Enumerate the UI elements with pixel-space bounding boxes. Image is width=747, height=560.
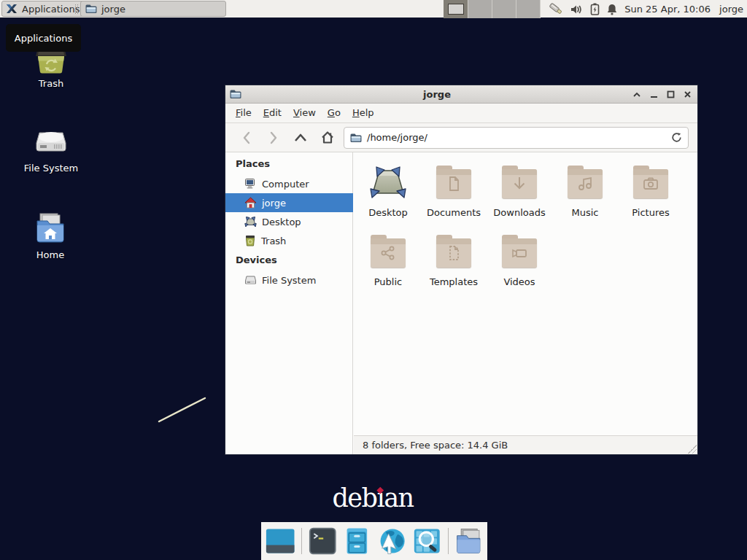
sidebar: Places Computer jorge [225, 152, 353, 454]
pictures-emblem-icon [642, 175, 659, 192]
places-header: Places [236, 155, 270, 173]
file-label-documents: Documents [421, 207, 487, 218]
applications-menu-button[interactable]: Applications [1, 1, 86, 17]
bottom-dock [261, 522, 487, 560]
menu-help[interactable]: Help [347, 104, 380, 122]
web-browser-icon[interactable] [377, 526, 406, 556]
window-titlebar[interactable]: jorge [225, 85, 697, 104]
resize-grip[interactable] [688, 445, 697, 454]
downloads-emblem-icon [511, 175, 528, 192]
path-folder-icon [350, 133, 362, 143]
menubar: File Edit View Go Help [225, 104, 697, 123]
window-title: jorge [225, 89, 649, 100]
sidebar-label-file-system: File System [262, 275, 316, 286]
panel-clock[interactable]: Sun 25 Apr, 10:06 [624, 0, 711, 18]
battery-icon[interactable] [590, 3, 600, 15]
terminal-icon[interactable] [309, 526, 337, 556]
taskbar-window-button[interactable]: jorge [80, 1, 226, 17]
home-icon [244, 197, 257, 209]
home-folder-icon [33, 211, 68, 246]
file-desktop[interactable]: Desktop [355, 165, 421, 218]
directory-menu-icon[interactable] [454, 526, 483, 556]
panel-separator [75, 4, 78, 14]
panel-user-label[interactable]: jorge [719, 0, 743, 18]
menu-edit[interactable]: Edit [258, 104, 287, 122]
file-label-videos: Videos [487, 276, 552, 287]
trash-label: Trash [16, 78, 86, 89]
file-manager-icon[interactable] [344, 526, 371, 556]
dock-separator [301, 528, 302, 554]
sidebar-item-jorge[interactable]: jorge [225, 193, 353, 212]
window-content: Places Computer jorge [225, 152, 697, 454]
trash-small-icon [244, 235, 256, 246]
xfce-applications-icon [5, 2, 18, 15]
toolbar: /home/jorge/ [225, 123, 697, 152]
close-button[interactable] [684, 90, 692, 98]
desktop-icon [244, 216, 257, 228]
menu-file[interactable]: File [230, 104, 258, 122]
file-documents[interactable]: Documents [421, 165, 487, 218]
sidebar-label-desktop: Desktop [262, 217, 301, 228]
home-label: Home [15, 249, 85, 260]
sidebar-item-desktop[interactable]: Desktop [225, 212, 353, 231]
file-pictures[interactable]: Pictures [618, 165, 684, 218]
debian-logo: debıan [300, 483, 446, 513]
back-button[interactable] [233, 127, 260, 149]
templates-emblem-icon [445, 244, 462, 262]
music-emblem-icon [576, 175, 594, 192]
home-button[interactable] [314, 127, 341, 149]
menu-view[interactable]: View [287, 104, 322, 122]
forward-button[interactable] [260, 127, 287, 149]
dock-separator [448, 528, 449, 554]
sidebar-label-trash: Trash [261, 236, 286, 246]
refresh-icon[interactable] [671, 132, 682, 143]
minimize-button[interactable] [650, 91, 658, 98]
sidebar-item-file-system[interactable]: File System [225, 271, 353, 289]
applications-menu-label: Applications [22, 4, 80, 15]
computer-icon [244, 178, 257, 190]
folder-icon [85, 4, 97, 14]
workspace-switcher[interactable] [444, 0, 541, 18]
sidebar-item-trash[interactable]: Trash [225, 231, 353, 250]
file-manager-window: jorge File Edit View Go Help [225, 85, 698, 455]
workspace-2[interactable] [468, 0, 492, 18]
file-videos[interactable]: Videos [487, 234, 552, 287]
workspace-1[interactable] [444, 0, 468, 18]
desktop-icon-home[interactable]: Home [15, 211, 85, 260]
notifications-bell-icon[interactable] [606, 3, 618, 15]
file-label-public: Public [355, 276, 421, 287]
file-downloads[interactable]: Downloads [487, 165, 552, 218]
sidebar-item-computer[interactable]: Computer [225, 174, 353, 193]
applications-tooltip: Applications [6, 24, 81, 52]
file-grid: Desktop Documents Downloads [354, 152, 697, 435]
shade-button[interactable] [632, 91, 641, 98]
taskbar-window-label: jorge [101, 4, 125, 15]
file-system-label: File System [16, 163, 86, 174]
statusbar: 8 folders, Free space: 14.4 GiB [354, 435, 697, 454]
path-text[interactable]: /home/jorge/ [367, 132, 666, 143]
volume-icon[interactable] [570, 4, 584, 15]
path-bar[interactable]: /home/jorge/ [344, 127, 689, 149]
tooltip-text: Applications [15, 33, 72, 44]
menu-go[interactable]: Go [322, 104, 347, 122]
file-music[interactable]: Music [552, 165, 618, 218]
application-finder-icon[interactable] [413, 526, 441, 556]
file-label-downloads: Downloads [487, 207, 552, 218]
file-templates[interactable]: Templates [421, 234, 487, 287]
maximize-button[interactable] [667, 90, 675, 98]
file-system-drive-icon [34, 124, 69, 159]
desktop-icon-file-system[interactable]: File System [16, 124, 86, 174]
file-label-music: Music [552, 207, 618, 218]
drive-icon [244, 274, 257, 286]
desktop-folder-icon [370, 165, 406, 200]
documents-emblem-icon [445, 175, 462, 192]
up-button[interactable] [287, 127, 314, 149]
show-desktop-icon[interactable] [266, 526, 295, 556]
top-panel: Applications jorge [0, 0, 747, 18]
workspace-4[interactable] [516, 0, 541, 18]
devices-header: Devices [236, 252, 277, 269]
workspace-3[interactable] [492, 0, 516, 18]
file-public[interactable]: Public [355, 234, 421, 287]
file-label-pictures: Pictures [618, 207, 684, 218]
tool-tray-icon[interactable] [549, 2, 564, 16]
